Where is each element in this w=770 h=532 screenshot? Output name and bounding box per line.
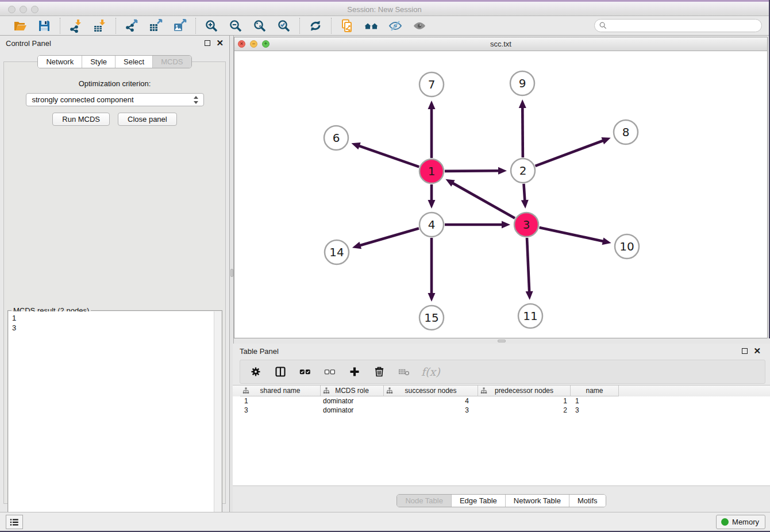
table-header-row: shared nameMCDS rolesuccessor nodesprede… [233,385,770,396]
control-panel: Control Panel ✕ NetworkStyleSelectMCDS O… [0,36,229,512]
cell-predecessor-nodes[interactable]: 2 [478,406,571,415]
cell-shared-name[interactable]: 1 [240,396,321,406]
svg-text:15: 15 [424,311,438,325]
search-icon [599,22,607,29]
table-row[interactable]: 1dominator411 [233,396,770,406]
delete-table-icon[interactable] [396,364,411,379]
cell-name[interactable]: 1 [571,396,619,406]
run-mcds-button[interactable]: Run MCDS [52,113,110,126]
network-view-window: × − + scc.txt 7968124314101511 [234,37,768,338]
tab-node-table[interactable]: Node Table [397,495,451,507]
splitter-handle[interactable] [498,340,506,342]
cell-successor-nodes[interactable]: 4 [384,396,478,406]
select-all-checkboxes-icon[interactable] [298,364,313,379]
float-panel-icon[interactable] [742,348,748,354]
list-icon [9,517,20,527]
close-panel-button[interactable]: Close panel [118,113,177,126]
cell-name[interactable]: 3 [571,406,619,415]
network-canvas[interactable]: 7968124314101511 [234,51,767,338]
tab-style[interactable]: Style [82,56,115,68]
tab-edge-table[interactable]: Edge Table [451,495,505,507]
cell-shared-name[interactable]: 3 [240,406,321,415]
mcds-panel-body: Optimization criterion: strongly connect… [3,61,226,504]
svg-text:3: 3 [523,218,530,232]
open-folder-icon[interactable] [13,18,28,33]
column-header-name[interactable]: name [571,385,619,396]
float-panel-icon[interactable] [205,40,210,46]
export-table-icon[interactable] [148,18,163,33]
svg-text:2: 2 [519,164,527,178]
svg-text:11: 11 [523,309,537,323]
zoom-selected-icon[interactable] [276,18,291,33]
dropdown-value: strongly connected component [32,95,134,104]
settings-gear-icon[interactable] [248,364,263,379]
delete-columns-icon[interactable] [372,364,387,379]
network-window-titlebar[interactable]: × − + scc.txt [234,37,767,51]
result-scrollbar[interactable] [214,311,221,526]
window-titlebar: Session: New Session [0,0,769,16]
table-panel-title: Table Panel [240,347,279,356]
close-panel-icon[interactable]: ✕ [753,348,761,354]
svg-text:8: 8 [622,125,630,139]
table-toolbar: f(x) [240,360,765,384]
mcds-result-list[interactable]: 1 3 [9,311,214,526]
zoom-in-icon[interactable] [204,18,219,33]
export-image-icon[interactable] [172,18,187,33]
splitter-handle[interactable] [230,269,233,277]
tab-motifs[interactable]: Motifs [569,495,606,507]
home-icon[interactable] [364,18,379,33]
window-title: Session: New Session [0,5,769,14]
add-column-icon[interactable] [347,364,362,379]
tab-select[interactable]: Select [115,56,152,68]
cell-predecessor-nodes[interactable]: 1 [478,396,571,406]
hierarchy-icon [480,387,487,394]
chevron-up-down-icon [194,96,199,104]
refresh-icon[interactable] [308,18,323,33]
control-panel-header: Control Panel ✕ [0,36,229,51]
column-label: name [586,387,603,395]
deselect-all-checkboxes-icon[interactable] [322,364,337,379]
cell-MCDS-role[interactable]: dominator [321,396,384,406]
column-header-MCDS-role[interactable]: MCDS role [321,385,384,396]
hide-selected-icon[interactable] [388,18,403,33]
table-panel: Table Panel ✕ f(x) shared nameMCDS roles… [233,344,770,512]
column-label: MCDS role [335,387,369,395]
column-header-successor-nodes[interactable]: successor nodes [384,385,478,396]
close-panel-icon[interactable]: ✕ [216,40,224,46]
cell-successor-nodes[interactable]: 3 [384,406,478,415]
export-network-icon[interactable] [124,18,139,33]
optimization-criterion-dropdown[interactable]: strongly connected component [26,93,204,106]
network-graph[interactable]: 7968124314101511 [234,51,767,338]
svg-text:9: 9 [519,76,526,90]
svg-text:6: 6 [333,131,340,145]
search-container [594,19,762,32]
import-table-icon[interactable] [93,18,107,33]
cell-MCDS-role[interactable]: dominator [321,406,384,415]
column-header-predecessor-nodes[interactable]: predecessor nodes [478,385,571,396]
import-network-icon[interactable] [68,18,83,33]
column-header-shared-name[interactable]: shared name [240,385,321,396]
network-view-title: scc.txt [234,40,767,48]
tab-network-table[interactable]: Network Table [505,495,569,507]
svg-text:14: 14 [329,245,344,259]
hierarchy-icon [323,387,330,394]
task-history-button[interactable] [6,515,23,529]
duplicate-network-icon[interactable] [340,18,355,33]
horizontal-splitter[interactable] [234,338,770,344]
save-icon[interactable] [37,18,52,33]
table-row[interactable]: 3dominator323 [233,406,770,415]
tab-mcds[interactable]: MCDS [152,56,191,68]
function-builder-icon[interactable]: f(x) [421,365,440,378]
memory-button[interactable]: Memory [716,515,765,529]
memory-status-icon [721,518,729,526]
zoom-fit-icon[interactable] [252,18,267,33]
column-label: successor nodes [405,387,456,395]
main-toolbar [0,16,769,36]
svg-text:10: 10 [619,240,634,253]
search-input[interactable] [594,19,762,32]
zoom-out-icon[interactable] [228,18,243,33]
svg-text:4: 4 [428,218,436,232]
show-all-icon[interactable] [412,18,427,33]
split-columns-icon[interactable] [273,364,288,379]
tab-network[interactable]: Network [38,56,82,68]
